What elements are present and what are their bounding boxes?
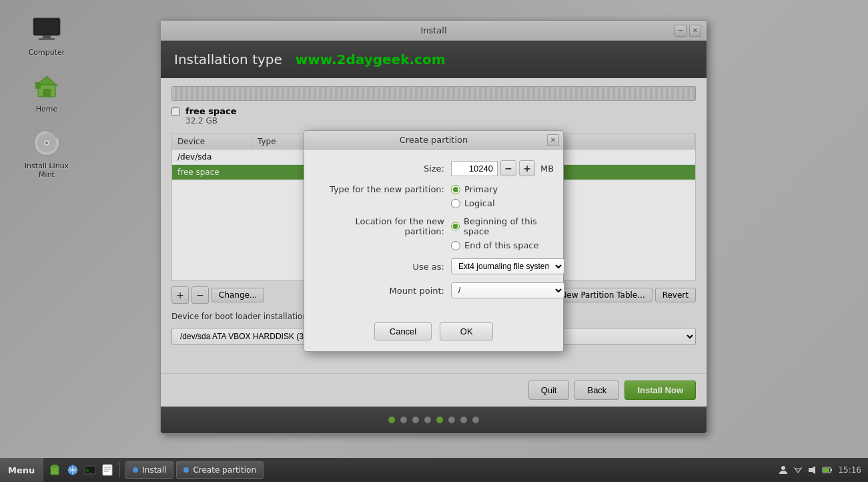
- mount-point-label: Mount point:: [318, 286, 451, 296]
- dialog-close-button[interactable]: ✕: [547, 134, 559, 146]
- svg-text:>_: >_: [86, 468, 92, 473]
- size-input[interactable]: [451, 161, 498, 176]
- taskbar: Menu >_ Install Create partition: [0, 458, 868, 482]
- primary-radio[interactable]: [451, 185, 460, 194]
- size-minus-button[interactable]: −: [500, 160, 516, 176]
- dialog-location-row: Location for the new partition: Beginnin…: [318, 216, 550, 250]
- taskbar-icon-terminal[interactable]: >_: [82, 462, 98, 478]
- task-partition-dot: [183, 467, 189, 473]
- radio-logical-row: Logical: [451, 198, 498, 208]
- dialog-overlay: Create partition ✕ Size: − + MB T: [0, 0, 868, 482]
- taskbar-systray: [778, 465, 833, 475]
- cancel-button[interactable]: Cancel: [374, 322, 432, 340]
- dialog-titlebar: Create partition ✕: [304, 131, 563, 150]
- desktop: Computer Home: [0, 0, 868, 482]
- taskbar-task-partition-label: Create partition: [193, 465, 256, 475]
- end-label: End of this space: [464, 240, 539, 250]
- size-unit: MB: [540, 164, 554, 174]
- size-plus-button[interactable]: +: [519, 160, 535, 176]
- radio-primary-row: Primary: [451, 184, 498, 194]
- network-icon: [793, 465, 803, 475]
- use-as-select[interactable]: Ext4 journaling file systemExt3 journali…: [451, 258, 564, 274]
- dialog-body: Size: − + MB Type for the new partition:: [304, 150, 563, 317]
- radio-beginning-row: Beginning of this space: [451, 216, 550, 236]
- mount-point-select[interactable]: //boot/home/tmp/usr/var: [451, 282, 564, 298]
- ok-button[interactable]: OK: [440, 322, 493, 340]
- mount-point-control: //boot/home/tmp/usr/var: [451, 282, 564, 298]
- partition-type-label: Type for the new partition:: [318, 184, 451, 194]
- end-radio[interactable]: [451, 241, 460, 250]
- svg-rect-12: [52, 465, 57, 468]
- taskbar-icon-files[interactable]: [47, 462, 63, 478]
- taskbar-task-partition[interactable]: Create partition: [176, 461, 264, 479]
- create-partition-dialog: Create partition ✕ Size: − + MB T: [304, 130, 564, 352]
- radio-end-row: End of this space: [451, 240, 550, 250]
- user-icon: [778, 465, 789, 475]
- use-as-control: Ext4 journaling file systemExt3 journali…: [451, 258, 564, 274]
- volume-icon: [807, 465, 818, 475]
- partition-type-group: Primary Logical: [451, 184, 498, 208]
- svg-rect-16: [103, 465, 112, 475]
- svg-point-20: [781, 466, 785, 470]
- taskbar-task-install[interactable]: Install: [125, 461, 173, 479]
- primary-label: Primary: [464, 184, 498, 194]
- dialog-type-row: Type for the new partition: Primary Logi…: [318, 184, 550, 208]
- taskbar-task-install-label: Install: [142, 465, 166, 475]
- dialog-mountpoint-row: Mount point: //boot/home/tmp/usr/var: [318, 282, 550, 298]
- menu-button[interactable]: Menu: [0, 458, 43, 482]
- beginning-radio[interactable]: [451, 222, 460, 231]
- svg-rect-24: [831, 469, 832, 471]
- dialog-useas-row: Use as: Ext4 journaling file systemExt3 …: [318, 258, 550, 274]
- size-label: Size:: [318, 164, 451, 174]
- taskbar-icon-browser[interactable]: [65, 462, 81, 478]
- dialog-title: Create partition: [400, 135, 468, 145]
- location-group: Beginning of this space End of this spac…: [451, 216, 550, 250]
- taskbar-icon-text[interactable]: [99, 462, 115, 478]
- clock: 15:16: [838, 465, 861, 475]
- svg-rect-23: [823, 468, 829, 472]
- dialog-footer: Cancel OK: [304, 317, 563, 351]
- task-install-dot: [133, 467, 138, 473]
- svg-rect-21: [809, 468, 812, 472]
- location-label: Location for the new partition:: [318, 216, 451, 236]
- beginning-label: Beginning of this space: [464, 216, 550, 236]
- size-control: − + MB: [451, 160, 554, 176]
- logical-radio[interactable]: [451, 199, 460, 208]
- use-as-label: Use as:: [318, 262, 451, 272]
- logical-label: Logical: [464, 198, 495, 208]
- dialog-size-row: Size: − + MB: [318, 160, 550, 176]
- taskbar-tasks: Install Create partition: [120, 461, 771, 479]
- battery-icon: [822, 465, 833, 475]
- taskbar-icons: >_: [43, 462, 120, 478]
- taskbar-right: 15:16: [771, 465, 868, 475]
